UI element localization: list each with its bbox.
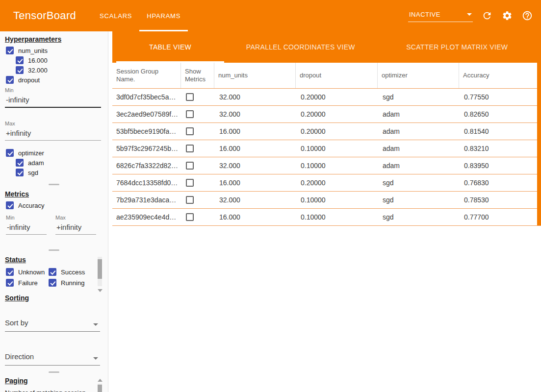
checkbox-label: Unknown: [18, 269, 45, 276]
checkbox-label: sgd: [28, 169, 38, 176]
checkbox-icon: [6, 201, 14, 209]
sorting-heading: Sorting: [5, 294, 108, 302]
sort-by-dropdown[interactable]: Sort by: [5, 318, 100, 332]
checkbox-accuracy[interactable]: Accuracy: [6, 201, 108, 210]
direction-dropdown[interactable]: Direction: [5, 352, 100, 366]
metric-min-field[interactable]: Min -infinity: [6, 215, 47, 235]
tab-parallel-coordinates-view[interactable]: PARALLEL COORDINATES VIEW: [228, 31, 373, 63]
checkbox-optimizer[interactable]: optimizer: [6, 148, 108, 157]
optimizer-value: sgd: [378, 209, 459, 225]
run-status-dropdown[interactable]: INACTIVE: [408, 10, 473, 22]
show-metrics-checkbox[interactable]: [186, 179, 194, 187]
scrollbar-thumb[interactable]: [98, 385, 102, 392]
num-units-value: 16.000: [214, 209, 296, 225]
section-metrics: Metrics Accuracy Min -infinity Max +infi…: [0, 190, 108, 235]
sidebar-resize-handle[interactable]: [49, 184, 59, 185]
table-row: 53bf5bece9190fa… 16.000 0.20000 adam 0.8…: [112, 123, 541, 140]
show-metrics-checkbox[interactable]: [186, 93, 194, 101]
metric-max-field[interactable]: Max +infinity: [55, 215, 96, 235]
table-header-row: Session Group Name. Show Metrics num_uni…: [112, 63, 541, 89]
num-units-value: 32.000: [214, 192, 296, 208]
field-label: Min: [5, 87, 101, 93]
checkbox-optimizer-sgd[interactable]: sgd: [16, 168, 108, 177]
accuracy-value: 0.77700: [459, 209, 541, 225]
show-metrics-checkbox[interactable]: [186, 162, 194, 170]
table-row: 5b97f3c2967245b… 16.000 0.10000 adam 0.8…: [112, 140, 541, 157]
dropout-value: 0.10000: [296, 157, 378, 174]
section-hyperparameters: Hyperparameters num_units 16.000 32.000 …: [0, 35, 108, 177]
dropout-value: 0.10000: [296, 140, 378, 157]
col-session-group-name: Session Group Name.: [112, 63, 181, 88]
chevron-down-icon: [467, 13, 472, 16]
tab-scalars[interactable]: SCALARS: [92, 0, 139, 31]
num-units-value: 16.000: [214, 140, 296, 157]
sidebar-resize-handle[interactable]: [49, 371, 59, 373]
optimizer-value: adam: [378, 123, 459, 140]
checkbox-icon: [16, 56, 24, 64]
col-dropout: dropout: [296, 63, 378, 88]
field-value[interactable]: +infinity: [55, 220, 96, 235]
accuracy-value: 0.83210: [459, 140, 541, 157]
accuracy-value: 0.81540: [459, 123, 541, 140]
field-label: Max: [55, 215, 96, 220]
settings-icon[interactable]: [501, 10, 513, 22]
session-group-name: ae235909ec4e4d…: [112, 209, 181, 225]
field-value[interactable]: -infinity: [5, 93, 101, 108]
optimizer-value: adam: [378, 157, 459, 174]
checkbox-status-unknown[interactable]: Unknown: [6, 268, 49, 276]
paging-scrollbar[interactable]: [98, 384, 102, 392]
sidebar-resize-handle[interactable]: [49, 249, 59, 251]
checkbox-status-failure[interactable]: Failure: [6, 278, 49, 287]
reload-icon[interactable]: [481, 10, 493, 22]
show-metrics-checkbox[interactable]: [186, 213, 194, 221]
show-metrics-checkbox[interactable]: [186, 127, 194, 135]
tab-table-view[interactable]: TABLE VIEW: [112, 31, 228, 63]
checkbox-num-units-32[interactable]: 32.000: [16, 66, 108, 74]
session-group-name: 3df0d7cf35bec5a…: [112, 89, 181, 105]
checkbox-label: Success: [61, 269, 85, 276]
checkbox-optimizer-adam[interactable]: adam: [16, 158, 108, 167]
checkbox-icon: [6, 268, 14, 276]
show-metrics-checkbox[interactable]: [186, 145, 194, 152]
dropout-min-field[interactable]: Min -infinity: [5, 87, 101, 108]
checkbox-num-units-16[interactable]: 16.000: [16, 56, 108, 65]
status-scrollbar[interactable]: [98, 257, 102, 286]
table-right-scrollbar[interactable]: [537, 63, 541, 225]
field-value[interactable]: +infinity: [5, 126, 101, 141]
checkbox-label: num_units: [18, 47, 48, 54]
scroll-up-icon[interactable]: [98, 379, 103, 382]
scroll-down-icon[interactable]: [98, 289, 103, 292]
checkbox-icon: [49, 268, 56, 276]
section-sorting: Sorting Sort by Direction: [0, 294, 108, 366]
tab-hparams[interactable]: HPARAMS: [139, 0, 188, 31]
table-row: 3df0d7cf35bec5a… 32.000 0.20000 sgd 0.77…: [112, 89, 541, 106]
optimizer-value: adam: [378, 106, 459, 122]
dropout-value: 0.20000: [296, 174, 378, 191]
checkbox-label: adam: [28, 159, 44, 167]
table-row: 7684dcc13358fd0… 16.000 0.20000 sgd 0.76…: [112, 174, 541, 192]
accuracy-value: 0.76830: [459, 174, 541, 191]
checkbox-label: 32.000: [28, 67, 48, 74]
scrollbar-thumb[interactable]: [98, 259, 102, 279]
paging-heading: Paging: [5, 377, 108, 385]
show-metrics-checkbox[interactable]: [186, 196, 194, 204]
field-value[interactable]: -infinity: [6, 220, 47, 235]
num-units-value: 16.000: [214, 174, 296, 191]
dropout-value: 0.10000: [296, 192, 378, 208]
help-icon[interactable]: [521, 10, 533, 22]
checkbox-dropout[interactable]: dropout: [6, 75, 108, 84]
checkbox-num-units[interactable]: num_units: [6, 46, 108, 55]
show-metrics-checkbox[interactable]: [186, 110, 194, 118]
accuracy-value: 0.77550: [459, 89, 541, 105]
session-group-name: 6826c7fa3322d82…: [112, 157, 181, 174]
matching-groups-count: Number of matching session groups: 8: [5, 389, 99, 392]
app-header: TensorBoard SCALARS HPARAMS INACTIVE: [0, 0, 541, 31]
tab-scatter-plot-matrix-view[interactable]: SCATTER PLOT MATRIX VIEW: [373, 31, 541, 63]
session-group-name: 3ec2aed9e07589f…: [112, 106, 181, 122]
optimizer-value: adam: [378, 140, 459, 157]
dropout-max-field[interactable]: Max +infinity: [5, 121, 101, 141]
table-row: ae235909ec4e4d… 16.000 0.10000 sgd 0.777…: [112, 209, 541, 226]
checkbox-label: 16.000: [28, 57, 48, 64]
session-group-name: 7b29a731e3daca…: [112, 192, 181, 208]
app-title: TensorBoard: [13, 0, 92, 31]
